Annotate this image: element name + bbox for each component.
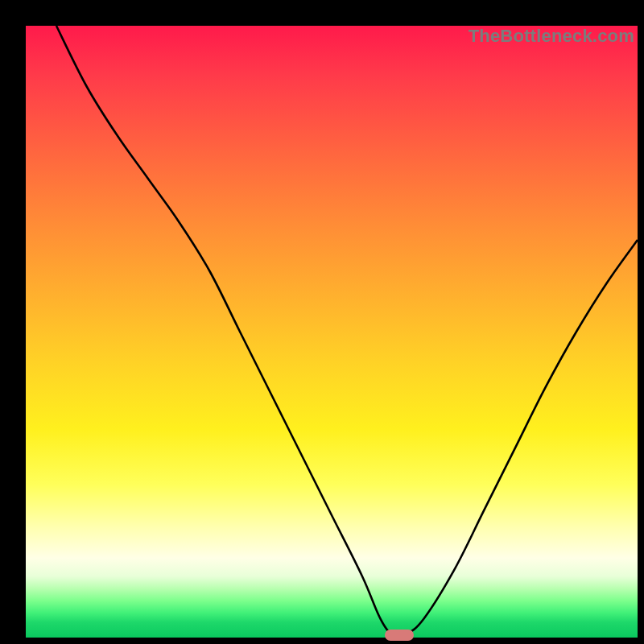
optimal-marker [385,630,414,641]
bottleneck-curve [26,26,638,638]
plot-area: TheBottleneck.com [26,26,638,638]
curve-path [56,26,638,637]
chart-frame: TheBottleneck.com [10,10,634,634]
